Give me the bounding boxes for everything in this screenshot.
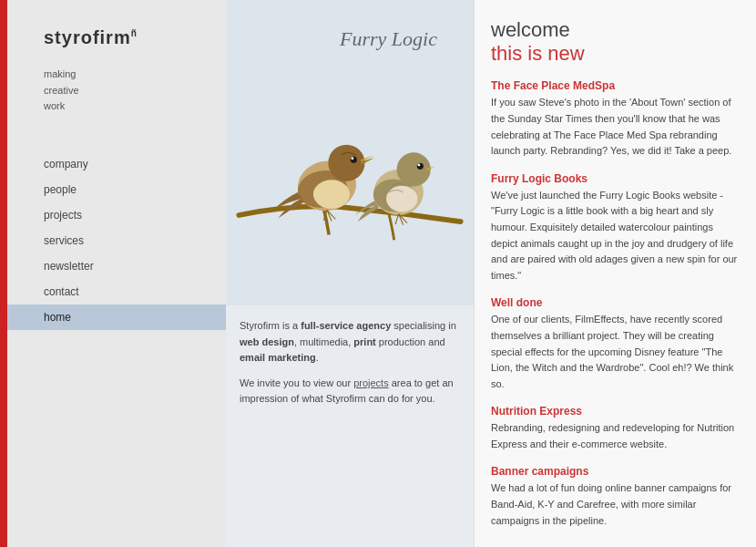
svg-point-9: [397, 152, 431, 186]
projects-link[interactable]: projects: [353, 377, 389, 388]
news-item-furry-logic: Furry Logic Books We've just launched th…: [491, 172, 740, 284]
news-title-furry-logic[interactable]: Furry Logic Books: [491, 172, 740, 185]
news-item-face-place: The Face Place MedSpa If you saw Steve's…: [491, 79, 740, 159]
logo-text: styrofirmñ: [44, 27, 138, 47]
sidebar-nav: company people projects services newslet…: [7, 151, 226, 330]
logo: styrofirmñ: [7, 0, 226, 62]
furry-logic-title: Furry Logic: [340, 27, 437, 51]
tagline: making creative work: [7, 62, 226, 142]
main-content: Furry Logic: [226, 0, 474, 547]
news-item-banner: Banner campaigns We had a lot of fun doi…: [491, 465, 740, 529]
content-bottom: Styrofirm is a full-service agency speci…: [226, 305, 474, 547]
content-text-area: Styrofirm is a full-service agency speci…: [226, 305, 474, 547]
news-title-face-place[interactable]: The Face Place MedSpa: [491, 79, 740, 92]
news-body-banner: We had a lot of fun doing online banner …: [491, 480, 740, 529]
news-body-face-place: If you saw Steve's photo in the 'About T…: [491, 95, 740, 159]
red-accent-bar: [0, 0, 7, 547]
caption-para-2: We invite you to view our projects area …: [240, 376, 460, 408]
sidebar-item-services[interactable]: services: [7, 228, 226, 253]
sidebar: styrofirmñ making creative work company …: [7, 0, 226, 547]
welcome-subtitle: this is new: [491, 42, 740, 66]
svg-point-10: [417, 162, 424, 169]
news-item-well-done: Well done One of our clients, FilmEffect…: [491, 296, 740, 392]
svg-point-11: [417, 163, 420, 166]
hero-image-area: Furry Logic: [226, 0, 474, 305]
sidebar-item-newsletter[interactable]: newsletter: [7, 253, 226, 279]
svg-point-5: [351, 157, 353, 160]
news-body-well-done: One of our clients, FilmEffects, have re…: [491, 312, 740, 392]
svg-point-3: [328, 144, 364, 181]
welcome-panel: welcome this is new The Face Place MedSp…: [474, 0, 756, 547]
news-title-nutrition[interactable]: Nutrition Express: [491, 405, 740, 418]
svg-point-2: [313, 180, 350, 208]
news-title-banner[interactable]: Banner campaigns: [491, 465, 740, 478]
news-body-furry-logic: We've just launched the Furry Logic Book…: [491, 188, 740, 284]
news-item-nutrition: Nutrition Express Rebranding, redesignin…: [491, 405, 740, 452]
sidebar-item-company[interactable]: company: [7, 151, 226, 177]
sidebar-item-people[interactable]: people: [7, 177, 226, 202]
svg-point-8: [386, 185, 417, 212]
news-body-nutrition: Rebranding, redesigning and redeveloping…: [491, 420, 740, 452]
sidebar-item-projects[interactable]: projects: [7, 202, 226, 228]
caption-para-1: Styrofirm is a full-service agency speci…: [240, 318, 460, 366]
news-title-well-done[interactable]: Well done: [491, 296, 740, 309]
sidebar-item-contact[interactable]: contact: [7, 279, 226, 304]
sidebar-item-home[interactable]: home: [7, 304, 226, 330]
welcome-title: welcome: [491, 18, 740, 42]
svg-point-4: [351, 156, 357, 162]
